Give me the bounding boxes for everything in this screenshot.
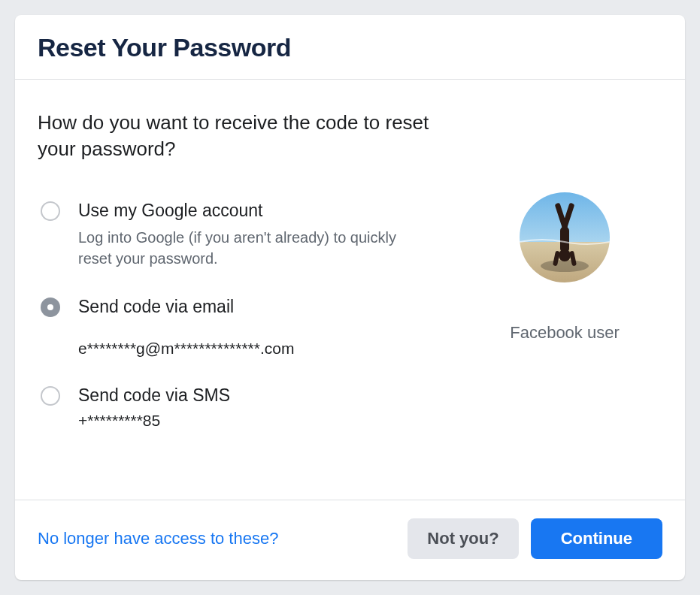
option-google-text: Use my Google account Log into Google (i… [78,200,452,269]
svg-rect-1 [560,227,569,252]
option-email-title: Send code via email [78,297,234,316]
user-panel: Facebook user [467,110,662,492]
option-email-text: Send code via email e********g@m********… [78,296,452,358]
svg-point-2 [559,249,571,261]
radio-email[interactable] [41,298,60,317]
svg-point-0 [541,260,589,272]
card-footer: No longer have access to these? Not you?… [15,500,685,580]
options-panel: How do you want to receive the code to r… [38,110,452,492]
prompt-text: How do you want to receive the code to r… [38,110,452,162]
option-google-title: Use my Google account [78,201,262,220]
radio-sms[interactable] [41,386,60,406]
no-access-link[interactable]: No longer have access to these? [38,529,395,548]
reset-password-card: Reset Your Password How do you want to r… [15,15,685,580]
option-sms-value: +*********85 [78,412,452,430]
user-label: Facebook user [510,323,620,343]
continue-button[interactable]: Continue [531,518,662,559]
not-you-button[interactable]: Not you? [408,518,518,559]
page-title: Reset Your Password [38,33,662,62]
recovery-options: Use my Google account Log into Google (i… [38,200,452,430]
card-body: How do you want to receive the code to r… [15,80,685,500]
option-sms[interactable]: Send code via SMS +*********85 [41,385,452,430]
option-google[interactable]: Use my Google account Log into Google (i… [41,200,452,269]
option-email-value: e********g@m**************.com [78,340,452,358]
avatar [520,192,610,282]
card-header: Reset Your Password [15,15,685,80]
avatar-handstand-icon [520,192,610,282]
radio-google[interactable] [41,201,60,221]
option-google-subtitle: Log into Google (if you aren't already) … [78,227,402,269]
option-sms-text: Send code via SMS +*********85 [78,385,452,430]
option-email[interactable]: Send code via email e********g@m********… [41,296,452,358]
option-sms-title: Send code via SMS [78,385,230,405]
